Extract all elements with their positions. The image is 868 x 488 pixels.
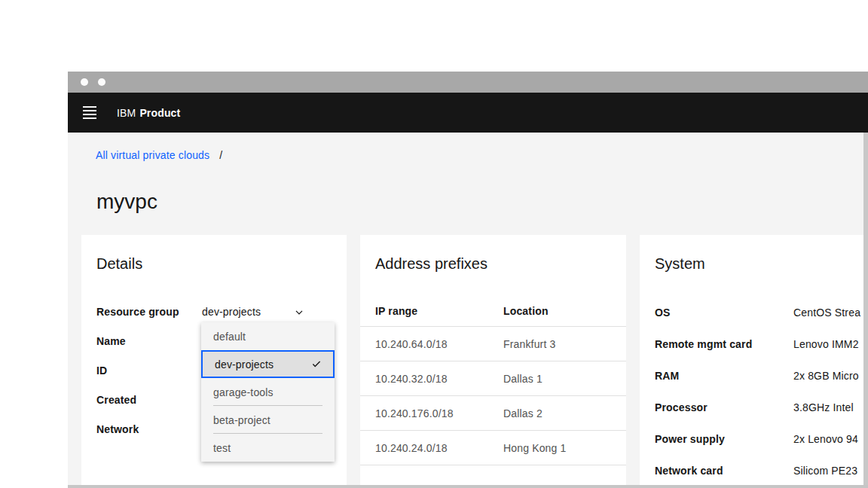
system-row-ram: RAM 2x 8GB Micro [655,369,868,401]
os-value: CentOS Strea [793,306,860,319]
network-label: Network [96,422,202,436]
dropdown-option-label: dev-projects [215,358,274,371]
os-label: OS [655,306,793,319]
window-titlebar [68,72,868,93]
address-table-header: IP range Location [360,305,626,327]
ip-range-cell: 10.240.64.0/18 [375,338,503,350]
power-supply-value: 2x Lenovo 94 [793,432,858,446]
ip-range-cell: 10.240.32.0/18 [375,373,503,385]
table-row: 10.240.32.0/18 Dallas 1 [360,361,626,396]
brand-name: Product [139,107,180,119]
dropdown-option-label: garage-tools [213,386,274,398]
system-card: System OS CentOS Strea Remote mgmt card … [640,235,868,485]
ip-range-cell: 10.240.176.0/18 [375,407,503,419]
system-field-list: OS CentOS Strea Remote mgmt card Lenovo … [640,306,868,485]
system-row-power-supply: Power supply 2x Lenovo 94 [655,432,868,464]
processor-value: 3.8GHz Intel [793,401,854,414]
resource-group-dropdown-trigger[interactable]: dev-projects [202,305,304,319]
ram-value: 2x 8GB Micro [793,369,859,383]
location-cell: Dallas 2 [503,407,542,419]
resource-group-dropdown-menu: default dev-projects garage-tools beta-p… [201,322,335,462]
location-cell: Hong Kong 1 [503,442,567,454]
dropdown-option-beta-project[interactable]: beta-project [201,406,335,434]
chevron-down-icon [294,307,304,318]
address-prefixes-card: Address prefixes IP range Location 10.24… [360,235,626,485]
address-prefixes-table: IP range Location 10.240.64.0/18 Frankfu… [360,305,626,465]
address-prefixes-heading: Address prefixes [375,254,611,273]
screenshot-root: IBM Product All virtual private clouds /… [0,0,868,488]
system-card-heading: System [655,254,868,273]
created-label: Created [96,393,202,407]
column-header-ip-range: IP range [375,305,503,326]
details-card-heading: Details [96,254,332,273]
brand: IBM Product [117,93,180,133]
dropdown-option-test[interactable]: test [201,434,335,462]
dropdown-option-label: default [213,331,246,343]
column-header-location: Location [503,305,549,326]
table-row: 10.240.24.0/18 Hong Kong 1 [360,431,626,465]
remote-mgmt-label: Remote mgmt card [655,337,793,351]
dropdown-option-garage-tools[interactable]: garage-tools [201,378,335,406]
location-cell: Frankfurt 3 [503,338,555,350]
menu-icon[interactable] [80,106,99,119]
app-window: IBM Product All virtual private clouds /… [68,72,868,488]
breadcrumb: All virtual private clouds / [96,149,222,161]
network-card-label: Network card [655,464,793,477]
id-label: ID [96,364,202,377]
table-row: 10.240.64.0/18 Frankfurt 3 [360,327,626,361]
dropdown-option-default[interactable]: default [201,322,335,350]
app-header: IBM Product [68,93,868,133]
checkmark-icon [310,358,322,371]
name-label: Name [96,334,202,348]
vertical-scrollbar[interactable] [863,133,868,485]
page-title: myvpc [96,188,157,215]
dropdown-option-label: beta-project [213,414,270,426]
remote-mgmt-value: Lenovo IMM2 [793,337,859,351]
window-control-dot[interactable] [98,78,105,86]
ram-label: RAM [655,369,793,383]
breadcrumb-separator: / [219,149,222,161]
network-card-value: Silicom PE23 [793,464,857,477]
dropdown-option-label: test [213,442,231,454]
dropdown-option-dev-projects-selected[interactable]: dev-projects [201,350,335,378]
table-row: 10.240.176.0/18 Dallas 2 [360,396,626,431]
resource-group-label: Resource group [96,305,202,319]
window-control-dot[interactable] [81,78,88,86]
system-row-os: OS CentOS Strea [655,306,868,337]
page-content: All virtual private clouds / myvpc Detai… [68,133,868,488]
power-supply-label: Power supply [655,432,793,446]
brand-prefix: IBM [117,107,136,119]
processor-label: Processor [655,401,793,414]
ip-range-cell: 10.240.24.0/18 [375,442,503,454]
location-cell: Dallas 1 [503,373,542,385]
breadcrumb-link[interactable]: All virtual private clouds [96,149,209,161]
system-row-processor: Processor 3.8GHz Intel [655,401,868,432]
resource-group-value: dev-projects [202,305,294,319]
system-row-network-card: Network card Silicom PE23 [655,464,868,485]
system-row-remote-mgmt: Remote mgmt card Lenovo IMM2 [655,337,868,369]
horizontal-scrollbar[interactable] [68,485,868,488]
